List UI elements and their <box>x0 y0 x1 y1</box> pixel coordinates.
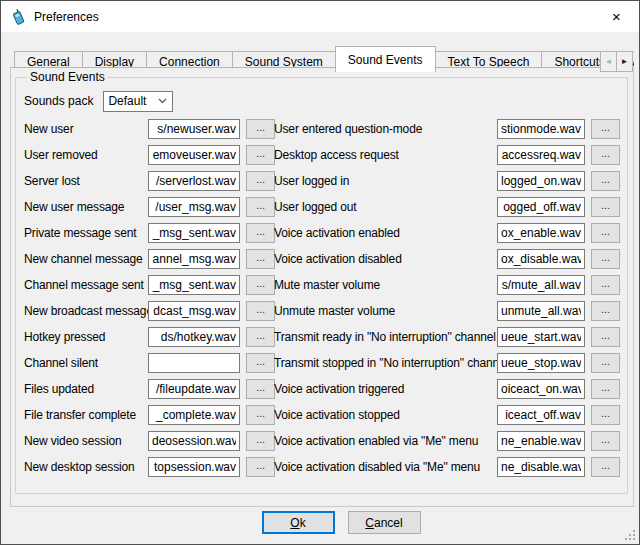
sound-file-input[interactable] <box>497 457 585 477</box>
browse-button[interactable]: ... <box>591 431 620 451</box>
sound-event-row: Channel silent ... <box>24 350 274 376</box>
ok-button[interactable]: Ok <box>262 511 335 534</box>
sound-file-input[interactable] <box>497 275 585 295</box>
app-icon <box>10 9 26 25</box>
browse-button[interactable]: ... <box>246 119 275 139</box>
sound-file-input[interactable] <box>497 119 585 139</box>
sound-file-input[interactable] <box>148 405 240 425</box>
sound-file-input[interactable] <box>148 197 240 217</box>
resize-grip[interactable] <box>624 529 636 541</box>
sound-event-row: Files updated ... <box>24 376 274 402</box>
browse-button[interactable]: ... <box>246 327 275 347</box>
sound-event-label: User logged in <box>274 174 491 188</box>
browse-button[interactable]: ... <box>591 171 620 191</box>
sound-file-input[interactable] <box>497 249 585 269</box>
sound-event-label: Transmit stopped in "No interruption" ch… <box>274 356 491 370</box>
sound-file-input[interactable] <box>148 145 240 165</box>
sound-event-row: New user ... <box>24 116 274 142</box>
preferences-dialog: Preferences × General Display Connection… <box>0 0 640 545</box>
sound-file-input[interactable] <box>497 145 585 165</box>
browse-button[interactable]: ... <box>591 327 620 347</box>
arrow-left-icon: ◄ <box>605 58 613 66</box>
browse-button[interactable]: ... <box>246 145 275 165</box>
sound-event-row: Voice activation enabled via "Me" menu .… <box>274 428 626 454</box>
browse-button[interactable]: ... <box>246 457 275 477</box>
browse-button[interactable]: ... <box>591 197 620 217</box>
sound-event-row: Voice activation stopped ... <box>274 402 626 428</box>
sound-file-input[interactable] <box>497 405 585 425</box>
sound-file-input[interactable] <box>497 327 585 347</box>
sound-event-row: Voice activation triggered ... <box>274 376 626 402</box>
browse-button[interactable]: ... <box>246 353 275 373</box>
browse-button[interactable]: ... <box>591 145 620 165</box>
sound-event-label: User removed <box>24 148 142 162</box>
sound-file-input[interactable] <box>497 197 585 217</box>
sound-file-input[interactable] <box>148 353 240 373</box>
sound-event-label: Voice activation enabled <box>274 226 491 240</box>
browse-button[interactable]: ... <box>246 405 275 425</box>
sound-event-row: Channel message sent ... <box>24 272 274 298</box>
sound-event-row: User entered question-mode ... <box>274 116 626 142</box>
sounds-pack-select[interactable]: Default <box>103 91 173 112</box>
browse-button[interactable]: ... <box>591 353 620 373</box>
sound-event-label: User logged out <box>274 200 491 214</box>
sound-event-label: Private message sent <box>24 226 142 240</box>
titlebar: Preferences × <box>1 1 639 32</box>
footer: Ok Cancel <box>21 511 640 534</box>
browse-button[interactable]: ... <box>591 405 620 425</box>
browse-button[interactable]: ... <box>591 119 620 139</box>
sound-file-input[interactable] <box>497 223 585 243</box>
browse-button[interactable]: ... <box>591 301 620 321</box>
sound-file-input[interactable] <box>148 301 240 321</box>
sound-event-label: New desktop session <box>24 460 142 474</box>
sound-event-row: User logged out ... <box>274 194 626 220</box>
ok-label-rest: k <box>300 516 306 530</box>
sound-file-input[interactable] <box>148 119 240 139</box>
sound-event-row: New broadcast message ... <box>24 298 274 324</box>
sound-event-row: User removed ... <box>24 142 274 168</box>
browse-button[interactable]: ... <box>246 379 275 399</box>
sound-file-input[interactable] <box>497 379 585 399</box>
browse-button[interactable]: ... <box>246 223 275 243</box>
browse-button[interactable]: ... <box>591 457 620 477</box>
tab-scroll-right-button[interactable]: ► <box>616 51 633 72</box>
tab-sound-events[interactable]: Sound Events <box>335 46 436 72</box>
close-button[interactable]: × <box>594 1 639 32</box>
sound-event-label: Desktop access request <box>274 148 491 162</box>
sound-event-row: Hotkey pressed ... <box>24 324 274 350</box>
browse-button[interactable]: ... <box>246 197 275 217</box>
sound-event-label: New broadcast message <box>24 304 142 318</box>
sound-event-label: Voice activation stopped <box>274 408 491 422</box>
browse-button[interactable]: ... <box>246 275 275 295</box>
sound-file-input[interactable] <box>497 301 585 321</box>
browse-button[interactable]: ... <box>246 249 275 269</box>
sound-file-input[interactable] <box>497 171 585 191</box>
sound-file-input[interactable] <box>148 275 240 295</box>
sound-file-input[interactable] <box>148 171 240 191</box>
sound-event-label: Hotkey pressed <box>24 330 142 344</box>
sound-file-input[interactable] <box>148 223 240 243</box>
sound-file-input[interactable] <box>148 457 240 477</box>
sound-file-input[interactable] <box>497 431 585 451</box>
tab-scroll-left-button[interactable]: ◄ <box>600 51 617 72</box>
cancel-button[interactable]: Cancel <box>348 511 421 534</box>
sound-event-row: Voice activation enabled ... <box>274 220 626 246</box>
sound-event-row: Server lost ... <box>24 168 274 194</box>
sound-file-input[interactable] <box>148 327 240 347</box>
browse-button[interactable]: ... <box>591 275 620 295</box>
events-columns: New user ... User removed ... Server los… <box>24 116 627 480</box>
browse-button[interactable]: ... <box>591 223 620 243</box>
browse-button[interactable]: ... <box>246 171 275 191</box>
sound-event-row: New channel message ... <box>24 246 274 272</box>
sound-file-input[interactable] <box>148 431 240 451</box>
browse-button[interactable]: ... <box>591 379 620 399</box>
sound-file-input[interactable] <box>148 249 240 269</box>
sound-file-input[interactable] <box>148 379 240 399</box>
sound-event-row: Transmit ready in "No interruption" chan… <box>274 324 626 350</box>
sound-file-input[interactable] <box>497 353 585 373</box>
sound-event-label: Server lost <box>24 174 142 188</box>
browse-button[interactable]: ... <box>591 249 620 269</box>
browse-button[interactable]: ... <box>246 301 275 321</box>
sound-event-label: Voice activation enabled via "Me" menu <box>274 434 491 448</box>
browse-button[interactable]: ... <box>246 431 275 451</box>
